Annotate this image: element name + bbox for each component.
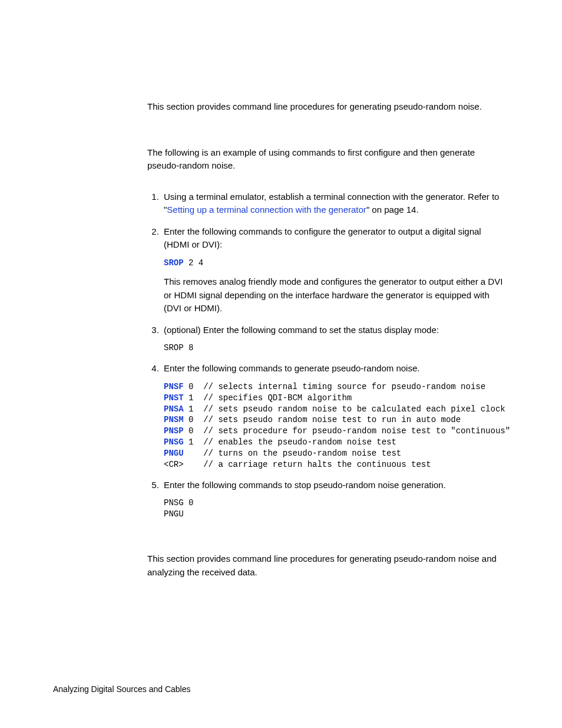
step-4-code: PNSF 0 // selects internal timing source…: [164, 381, 509, 470]
steps-list: Using a terminal emulator, establish a t…: [147, 190, 509, 521]
outro-paragraph: This section provides command line proce…: [147, 552, 509, 579]
step-1: Using a terminal emulator, establish a t…: [161, 190, 509, 217]
pnsf-keyword: PNSF: [164, 382, 184, 391]
pnsa-keyword: PNSA: [164, 404, 184, 414]
pnsm-keyword: PNSM: [164, 415, 184, 424]
page: This section provides command line proce…: [0, 0, 562, 728]
step-2-text-b: This removes analog friendly mode and co…: [164, 275, 509, 315]
terminal-setup-link[interactable]: Setting up a terminal connection with th…: [167, 205, 366, 215]
step-3-text: (optional) Enter the following command t…: [164, 325, 439, 335]
step-5-code: PNSG 0 PNGU: [164, 498, 509, 520]
intro-paragraph: This section provides command line proce…: [147, 100, 509, 114]
code-line-rest: 1 // sets pseudo random noise to be calc…: [184, 404, 505, 414]
code-line-rest: <CR> // a carriage return halts the cont…: [164, 460, 431, 469]
code-line-rest: 0 // sets procedure for pseudo-random no…: [184, 426, 511, 436]
pngu-keyword: PNGU: [164, 449, 184, 458]
pnsg-keyword: PNSG: [164, 437, 184, 447]
code-line-rest: 0 // selects internal timing source for …: [184, 382, 485, 391]
code-line-rest: 1 // enables the pseudo-random noise tes…: [184, 437, 396, 447]
pnst-keyword: PNST: [164, 393, 184, 403]
srop-keyword: SROP: [164, 258, 184, 268]
page-footer: Analyzing Digital Sources and Cables: [53, 683, 190, 696]
step-5-text: Enter the following commands to stop pse…: [164, 480, 446, 490]
pnsp-keyword: PNSP: [164, 426, 184, 436]
code-line-rest: // turns on the pseudo-random noise test: [184, 449, 402, 458]
step-2-text-a: Enter the following commands to configur…: [164, 226, 481, 250]
code-line-rest: 0 // sets pseudo random noise test to ru…: [184, 415, 461, 424]
step-3-code: SROP 8: [164, 342, 509, 354]
step-3: (optional) Enter the following command t…: [161, 324, 509, 354]
step-5: Enter the following commands to stop pse…: [161, 479, 509, 520]
code-line-rest: 1 // specifies QDI-BCM algorithm: [184, 393, 352, 403]
step-1-text-b: " on page 14.: [366, 205, 419, 215]
example-intro: The following is an example of using com…: [147, 146, 509, 173]
step-2-code: SROP 2 4: [164, 258, 509, 269]
step-4-text: Enter the following commands to generate…: [164, 363, 419, 373]
step-4: Enter the following commands to generate…: [161, 362, 509, 470]
srop-args: 2 4: [184, 258, 204, 268]
step-2: Enter the following commands to configur…: [161, 225, 509, 315]
